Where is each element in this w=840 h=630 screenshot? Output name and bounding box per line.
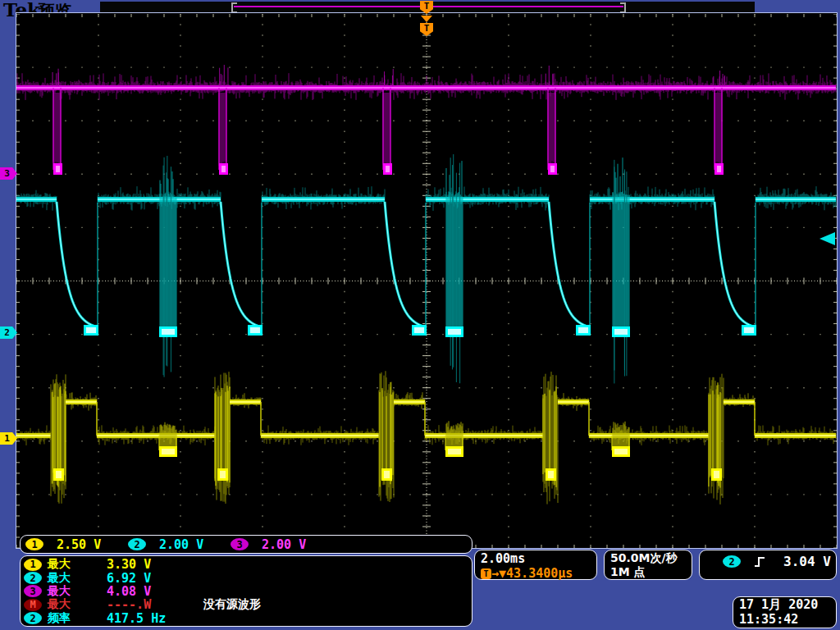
measurement-row: M 最大 ----.W 没有源波形 bbox=[24, 598, 472, 611]
measurement-value: 417.5 Hz bbox=[107, 611, 203, 626]
trigger-source-badge: 2 bbox=[723, 555, 741, 568]
oscilloscope-screen: Tek 预览 T T 3 2 1 1 2.50 V 2 2.00 V 3 2.0… bbox=[0, 0, 840, 630]
rising-edge-icon bbox=[754, 555, 765, 568]
ch3-scale: 3 2.00 V bbox=[231, 537, 333, 552]
measurement-row: 2 最大 6.92 V bbox=[24, 571, 472, 584]
trigger-level-value: 3.04 V bbox=[783, 554, 831, 569]
ch2-scale-value: 2.00 V bbox=[159, 537, 203, 552]
acquisition-panel: 50.0M次/秒 1M 点 bbox=[604, 550, 692, 580]
ch3-scale-value: 2.00 V bbox=[262, 537, 306, 552]
measurement-warning: 没有源波形 bbox=[203, 597, 261, 612]
measurement-label: 最大 bbox=[48, 597, 107, 612]
record-length: 1M 点 bbox=[610, 565, 692, 579]
date-readout: 17 1月 2020 bbox=[739, 598, 836, 613]
ch3-ground-marker[interactable]: 3 bbox=[0, 167, 17, 180]
ch1-ground-marker[interactable]: 1 bbox=[0, 432, 17, 445]
ch2-badge: 2 bbox=[24, 612, 42, 624]
trigger-level-arrow-icon[interactable] bbox=[819, 232, 835, 245]
measurement-label: 最大 bbox=[48, 571, 107, 586]
timebase-scale: 2.00ms bbox=[481, 551, 596, 566]
ch3-badge: 3 bbox=[231, 538, 249, 550]
trigger-position-arrow-icon[interactable] bbox=[421, 16, 432, 22]
measurement-row: 3 最大 4.08 V bbox=[24, 585, 472, 598]
ch2-scale: 2 2.00 V bbox=[128, 537, 231, 552]
ch1-badge: 1 bbox=[24, 559, 42, 571]
ch2-badge: 2 bbox=[24, 572, 42, 584]
measurement-value: 4.08 V bbox=[107, 584, 203, 599]
ch2-badge: 2 bbox=[128, 538, 146, 550]
timebase-panel: 2.00ms T →▼43.3400µs bbox=[474, 550, 597, 580]
datetime-panel: 17 1月 2020 11:35:42 bbox=[733, 596, 837, 628]
measurement-row: 2 频率 417.5 Hz bbox=[24, 612, 472, 625]
measurement-label: 频率 bbox=[48, 611, 107, 626]
measurements-panel: 1 最大 3.30 V 2 最大 6.92 V 3 最大 4.08 V M 最大… bbox=[20, 555, 472, 627]
trigger-panel: 2 3.04 V bbox=[699, 550, 837, 580]
measurement-row: 1 最大 3.30 V bbox=[24, 558, 472, 571]
ch1-badge: 1 bbox=[25, 538, 43, 550]
sample-rate: 50.0M次/秒 bbox=[610, 551, 692, 565]
measurement-label: 最大 bbox=[48, 557, 107, 572]
measurement-label: 最大 bbox=[48, 584, 107, 599]
ch1-scale: 1 2.50 V bbox=[25, 537, 128, 552]
trigger-delay-readout: T →▼43.3400µs bbox=[481, 566, 596, 581]
trigger-t-icon: T bbox=[481, 568, 491, 579]
channel-scale-bar: 1 2.50 V 2 2.00 V 3 2.00 V bbox=[20, 535, 472, 554]
ch3-badge: 3 bbox=[24, 585, 42, 597]
measurement-value: 3.30 V bbox=[107, 557, 203, 572]
measurement-value: ----.W bbox=[107, 597, 203, 612]
graticule bbox=[16, 12, 838, 549]
ch1-scale-value: 2.50 V bbox=[57, 537, 101, 552]
trigger-delay-value: →▼43.3400µs bbox=[491, 566, 573, 581]
ch2-ground-marker[interactable]: 2 bbox=[0, 326, 17, 339]
measurement-value: 6.92 V bbox=[107, 571, 203, 586]
time-readout: 11:35:42 bbox=[739, 613, 836, 628]
math-badge: M bbox=[24, 599, 42, 611]
